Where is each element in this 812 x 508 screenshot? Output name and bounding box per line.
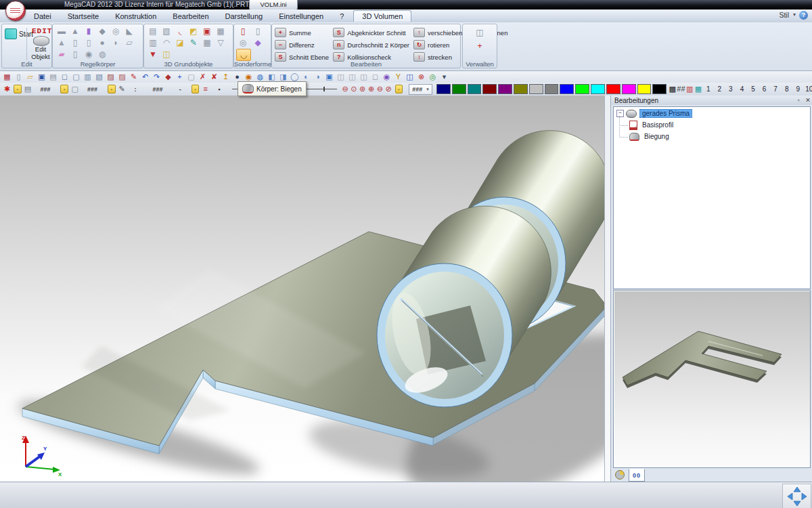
durchschnitt-2-körper-button[interactable]: nDurchschnitt 2 Körper bbox=[333, 39, 409, 51]
menu-darstellung[interactable]: Darstellung bbox=[217, 11, 271, 22]
viewport-canvas[interactable]: Z X Y bbox=[0, 96, 604, 482]
pyramide-icon[interactable]: ▲ bbox=[55, 37, 68, 48]
color-swatch[interactable] bbox=[560, 84, 574, 94]
schraffur-icon[interactable]: ## bbox=[677, 84, 685, 94]
trichter-rot-icon[interactable]: ▼ bbox=[146, 49, 160, 60]
color-swatch[interactable] bbox=[452, 84, 466, 94]
view-number-1[interactable]: 1 bbox=[702, 85, 714, 93]
drucken-icon[interactable]: ▤ bbox=[47, 72, 59, 82]
block-nut-icon[interactable]: ▥ bbox=[146, 37, 160, 48]
achsen-werkzeug-icon[interactable]: + bbox=[473, 41, 487, 51]
block-gedreht-icon[interactable]: ▧ bbox=[160, 26, 173, 37]
view-number-9[interactable]: 9 bbox=[792, 85, 804, 93]
speichern-icon[interactable]: ▣ bbox=[36, 72, 47, 82]
dokument-optionen-icon[interactable]: ▧ bbox=[93, 72, 105, 82]
trichter-icon[interactable]: ▽ bbox=[214, 37, 227, 48]
mehr-icon[interactable]: ▾ bbox=[438, 72, 450, 82]
zoom-minus-icon[interactable]: ⊖ bbox=[376, 84, 384, 94]
view-number-4[interactable]: 4 bbox=[736, 85, 748, 93]
rohr-bogen-icon[interactable]: ◠ bbox=[160, 37, 173, 48]
tree-item-basisprofil[interactable]: Basisprofil bbox=[614, 120, 810, 130]
seiten-icon[interactable]: ▥ bbox=[82, 72, 93, 82]
view-number-6[interactable]: 6 bbox=[759, 85, 770, 93]
rotation-icon[interactable]: ▰ bbox=[55, 49, 68, 60]
style-menu[interactable]: Stil bbox=[779, 11, 789, 19]
farbdialog-icon[interactable]: ▩ bbox=[668, 84, 677, 94]
scale-dropdown[interactable]: ###▾ bbox=[409, 84, 432, 95]
lock-icon[interactable]: • bbox=[395, 85, 403, 93]
auswahl-icon[interactable]: + bbox=[174, 72, 185, 82]
kugel-radius-icon[interactable]: ◉ bbox=[82, 49, 95, 60]
block-icon[interactable]: ▤ bbox=[146, 26, 160, 37]
menu--[interactable]: ? bbox=[332, 11, 352, 22]
monitor-icon[interactable]: ▣ bbox=[323, 72, 335, 82]
color-swatch[interactable] bbox=[514, 84, 528, 94]
rueckgaengig-icon[interactable]: ↶ bbox=[139, 72, 151, 82]
viewport[interactable]: Z X Y bbox=[0, 96, 604, 482]
keil-lila-icon[interactable]: ◆ bbox=[251, 37, 265, 48]
color-swatch[interactable] bbox=[637, 84, 652, 94]
koerper-gruppe-icon[interactable]: ◫ bbox=[473, 27, 487, 38]
ebenen-farben-icon[interactable]: ▥ bbox=[685, 84, 694, 94]
drehkoerper-icon[interactable]: ◆ bbox=[95, 26, 109, 37]
blatt-icon[interactable]: ▢ bbox=[70, 84, 79, 94]
biegung-rot-icon[interactable]: ◟ bbox=[173, 26, 187, 37]
lock-icon[interactable]: • bbox=[14, 85, 22, 93]
menu-startseite[interactable]: Startseite bbox=[60, 11, 107, 22]
ipsl-kugel-icon[interactable]: ◉ bbox=[381, 72, 392, 82]
color-swatch[interactable] bbox=[545, 84, 559, 94]
quader-icon[interactable]: ▬ bbox=[55, 26, 68, 37]
zoom-aus-icon[interactable]: ⊖ bbox=[341, 84, 350, 94]
color-swatch[interactable] bbox=[622, 84, 636, 94]
zylinder-icon[interactable]: ▯ bbox=[68, 37, 82, 48]
menu-einstellungen[interactable]: Einstellungen bbox=[271, 11, 332, 22]
trennen-icon[interactable]: ⊗ bbox=[415, 72, 427, 82]
schattierung-1-icon[interactable]: ◐ bbox=[300, 72, 312, 82]
view-number-10[interactable]: 10 bbox=[804, 85, 812, 93]
view-number-3[interactable]: 3 bbox=[725, 85, 737, 93]
druckvorschau-icon[interactable]: ◻ bbox=[59, 72, 70, 82]
neu-icon[interactable]: ▯ bbox=[13, 72, 24, 82]
rahmen-rot-icon[interactable]: ▣ bbox=[200, 26, 214, 37]
stempel-2-icon[interactable]: ▨ bbox=[116, 72, 128, 82]
lock-icon[interactable]: • bbox=[108, 85, 116, 93]
wuerfel-blau-icon[interactable]: ◧ bbox=[266, 72, 277, 82]
hochschieben-icon[interactable]: ↥ bbox=[220, 72, 231, 82]
pan-button[interactable] bbox=[782, 484, 811, 508]
farbrad-icon[interactable]: ◎ bbox=[427, 72, 438, 82]
close-icon[interactable]: ✕ bbox=[803, 97, 812, 104]
ellipsoid-icon[interactable]: ◗ bbox=[109, 37, 122, 48]
zoom-ein-icon[interactable]: ⊕ bbox=[367, 84, 376, 94]
kegel-icon[interactable]: ▲ bbox=[68, 26, 82, 37]
tab-volumen[interactable]: 00 bbox=[629, 469, 645, 482]
struktur-icon[interactable]: Y bbox=[392, 72, 404, 82]
keil-icon[interactable]: ◣ bbox=[122, 26, 136, 37]
volumen-2-icon[interactable]: ◫ bbox=[346, 72, 358, 82]
rohr-rot-icon[interactable]: ▯ bbox=[236, 26, 250, 37]
linientyp-icon[interactable]: ≡ bbox=[201, 84, 210, 94]
koerper-paar-icon[interactable]: ◫ bbox=[404, 72, 415, 82]
view-number-8[interactable]: 8 bbox=[781, 85, 792, 93]
schnecke-icon[interactable]: ◍ bbox=[95, 49, 109, 60]
view-number-7[interactable]: 7 bbox=[770, 85, 782, 93]
kegelstumpf-icon[interactable]: ▱ bbox=[122, 37, 136, 48]
app-farben-icon[interactable]: ▦ bbox=[1, 72, 13, 82]
color-swatch[interactable] bbox=[482, 84, 497, 94]
summe-button[interactable]: +Summe bbox=[275, 26, 329, 39]
zylinder-2-icon[interactable]: ▯ bbox=[68, 49, 82, 60]
menu-bearbeiten[interactable]: Bearbeiten bbox=[164, 11, 217, 22]
differenz-button[interactable]: −Differenz bbox=[275, 39, 329, 51]
color-swatch[interactable] bbox=[606, 84, 621, 94]
zylinder-masz-icon[interactable]: ▯ bbox=[82, 37, 95, 48]
view-number-2[interactable]: 2 bbox=[714, 85, 725, 93]
color-swatch[interactable] bbox=[436, 84, 451, 94]
tree-item-gerades-prisma[interactable]: −gerades Prisma bbox=[614, 108, 810, 119]
gruppe-1-icon[interactable]: ▦ bbox=[214, 26, 227, 37]
volumen-3-icon[interactable]: ◫ bbox=[358, 72, 369, 82]
loeschen-2-icon[interactable]: ✘ bbox=[208, 72, 220, 82]
stift-farben-icon[interactable]: ▦ bbox=[694, 84, 703, 94]
start-button[interactable]: Start bbox=[5, 28, 33, 39]
person-icon[interactable]: ● bbox=[231, 72, 243, 82]
tree-item-biegung[interactable]: Biegung bbox=[614, 131, 810, 142]
edit-objekt-button[interactable]: Edit Objekt bbox=[29, 46, 52, 61]
